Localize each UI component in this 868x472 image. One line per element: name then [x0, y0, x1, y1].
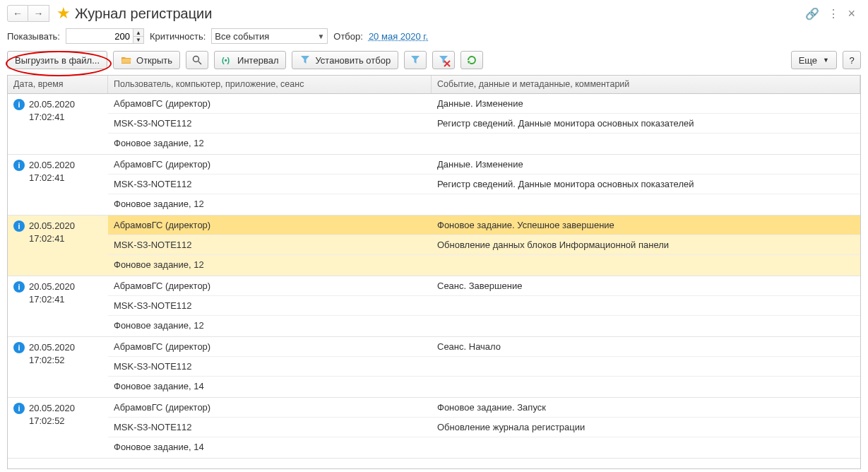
svg-text:(•): (•) [222, 56, 230, 64]
user-line: Фоновое задание, 14 [108, 437, 432, 457]
back-button[interactable]: ← [7, 5, 28, 22]
cell-user: АбрамовГС (директор)MSK-S3-NOTE112Фоново… [108, 337, 432, 397]
cell-user: АбрамовГС (директор)MSK-S3-NOTE112Фоново… [108, 276, 432, 336]
grid-body[interactable]: i20.05.202017:02:41АбрамовГС (директор)M… [8, 94, 860, 470]
open-button[interactable]: Открыть [113, 51, 180, 69]
col-header-event[interactable]: Событие, данные и метаданные, комментари… [432, 76, 860, 93]
filter-current-button[interactable] [404, 51, 427, 69]
help-button[interactable]: ? [843, 51, 861, 69]
funnel-icon [410, 54, 421, 66]
filter-set-icon [299, 54, 311, 66]
refresh-button[interactable] [460, 51, 483, 69]
user-line: MSK-S3-NOTE112 [108, 418, 432, 437]
cell-datetime: i20.05.202017:02:41 [8, 94, 108, 154]
criticality-label: Критичность: [150, 31, 206, 42]
cell-user: АбрамовГС (директор)MSK-S3-NOTE112Фоново… [108, 216, 432, 276]
table-row[interactable]: i20.05.202017:02:41АбрамовГС (директор)M… [8, 155, 860, 216]
user-line: АбрамовГС (директор) [108, 155, 432, 175]
event-line [432, 134, 860, 153]
event-line [432, 296, 860, 316]
find-button[interactable] [186, 51, 208, 69]
user-line: Фоновое задание, 12 [108, 194, 432, 214]
kebab-icon[interactable]: ⋮ [828, 7, 839, 20]
cell-event: Фоновое задание. Успешное завершениеОбно… [432, 216, 860, 276]
user-line: АбрамовГС (директор) [108, 276, 432, 296]
stepper-down[interactable]: ▼ [133, 36, 143, 43]
filter-date-link[interactable]: 20 мая 2020 г. [369, 31, 428, 42]
info-icon: i [13, 403, 25, 414]
log-grid: Дата, время Пользователь, компьютер, при… [7, 75, 861, 469]
user-line: АбрамовГС (директор) [108, 398, 432, 418]
table-row[interactable]: i20.05.202017:02:52АбрамовГС (директор)M… [8, 337, 860, 398]
header: ← → ★ Журнал регистрации 🔗 ⋮ × [0, 0, 868, 25]
datetime-text: 20.05.202017:02:41 [29, 159, 75, 184]
interval-button[interactable]: (•) Интервал [214, 51, 286, 69]
event-line [432, 437, 860, 457]
col-header-datetime[interactable]: Дата, время [8, 76, 108, 93]
show-label: Показывать: [7, 31, 60, 42]
datetime-text: 20.05.202017:02:52 [29, 402, 75, 427]
table-row[interactable]: i20.05.202017:02:41АбрамовГС (директор)M… [8, 276, 860, 337]
page-title: Журнал регистрации [75, 6, 212, 22]
cell-event: Сеанс. Начало [432, 337, 860, 397]
user-line: MSK-S3-NOTE112 [108, 114, 432, 134]
criticality-select[interactable]: Все события ▼ [211, 28, 328, 44]
table-row[interactable]: i20.05.202017:02:52АбрамовГС (директор)M… [8, 398, 860, 459]
show-count-stepper[interactable]: ▲ ▼ [66, 28, 144, 44]
export-button[interactable]: Выгрузить в файл... [7, 51, 107, 69]
event-line [432, 255, 860, 275]
table-row[interactable]: i20.05.202017:02:41АбрамовГС (директор)M… [8, 94, 860, 155]
cell-event: Данные. ИзменениеРегистр сведений. Данны… [432, 155, 860, 215]
cell-datetime: i20.05.202017:02:41 [8, 216, 108, 276]
star-icon[interactable]: ★ [57, 4, 71, 23]
grid-header: Дата, время Пользователь, компьютер, при… [8, 76, 860, 94]
user-line: АбрамовГС (директор) [108, 216, 432, 235]
event-line: Фоновое задание. Запуск [432, 398, 860, 418]
svg-point-0 [194, 57, 199, 62]
arrow-right-icon: → [34, 8, 44, 19]
link-icon[interactable]: 🔗 [805, 7, 819, 20]
show-count-input[interactable] [66, 28, 133, 44]
user-line: MSK-S3-NOTE112 [108, 357, 432, 377]
cell-event: Фоновое задание. ЗапускОбновление журнал… [432, 398, 860, 458]
set-filter-button[interactable]: Установить отбор [292, 51, 398, 69]
event-line [432, 357, 860, 377]
cell-datetime: i20.05.202017:02:41 [8, 155, 108, 215]
interval-icon: (•) [222, 54, 233, 66]
more-button[interactable]: Еще▼ [791, 51, 837, 69]
user-line: MSK-S3-NOTE112 [108, 296, 432, 316]
user-line: Фоновое задание, 14 [108, 377, 432, 396]
event-line: Регистр сведений. Данные монитора основн… [432, 114, 860, 134]
event-line: Регистр сведений. Данные монитора основн… [432, 175, 860, 194]
chevron-down-icon: ▼ [823, 57, 829, 64]
col-header-user[interactable]: Пользователь, компьютер, приложение, сеа… [108, 76, 432, 93]
event-line [432, 316, 860, 336]
event-line: Сеанс. Завершение [432, 276, 860, 296]
refresh-icon [466, 54, 477, 66]
info-icon: i [13, 220, 25, 232]
filter-bar: Показывать: ▲ ▼ Критичность: Все события… [0, 25, 868, 48]
cell-user: АбрамовГС (директор)MSK-S3-NOTE112Фоново… [108, 94, 432, 154]
cell-user: АбрамовГС (директор)MSK-S3-NOTE112Фоново… [108, 398, 432, 458]
svg-line-1 [198, 61, 201, 64]
event-line: Обновление журнала регистрации [432, 418, 860, 437]
user-line: Фоновое задание, 12 [108, 316, 432, 336]
forward-button[interactable]: → [28, 5, 49, 22]
info-icon: i [13, 342, 25, 353]
toolbar: Выгрузить в файл... Открыть (•) Интервал… [0, 48, 868, 75]
event-line [432, 377, 860, 396]
user-line: АбрамовГС (директор) [108, 94, 432, 114]
event-line: Фоновое задание. Успешное завершение [432, 216, 860, 235]
datetime-text: 20.05.202017:02:41 [29, 98, 75, 123]
event-line: Данные. Изменение [432, 94, 860, 114]
stepper-up[interactable]: ▲ [133, 29, 143, 36]
arrow-left-icon: ← [13, 8, 23, 19]
datetime-text: 20.05.202017:02:41 [29, 281, 75, 305]
filter-label: Отбор: [333, 31, 363, 42]
datetime-text: 20.05.202017:02:52 [29, 341, 75, 366]
table-row[interactable]: i20.05.202017:02:41АбрамовГС (директор)M… [8, 216, 860, 276]
info-icon: i [13, 99, 25, 110]
close-icon[interactable]: × [848, 6, 855, 21]
filter-clear-button[interactable] [432, 51, 455, 69]
event-line [432, 194, 860, 214]
